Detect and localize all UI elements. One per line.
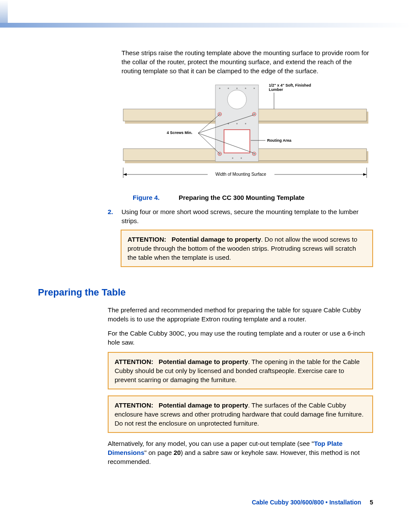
- figure-caption: Figure 4. Preparing the CC 300 Mounting …: [133, 193, 373, 202]
- figure-title: Preparing the CC 300 Mounting Template: [179, 194, 305, 201]
- svg-point-19: [232, 158, 234, 159]
- step-text: Using four or more short wood screws, se…: [121, 207, 373, 225]
- svg-point-5: [227, 90, 246, 109]
- step-number: 2.: [108, 207, 121, 225]
- width-label: Width of Mounting Surface: [215, 172, 266, 177]
- svg-point-11: [254, 88, 255, 89]
- svg-point-17: [237, 123, 238, 124]
- routing-area-label: Routing Area: [267, 138, 292, 143]
- alt-pre: Alternatively, for any model, you can us…: [108, 440, 314, 447]
- attention-subject: Potential damage to property: [159, 401, 248, 409]
- footer-doc-title: Cable Cubby 300/600/800 • Installation: [252, 499, 361, 506]
- header-gradient-bar: [0, 23, 411, 28]
- section-paragraph-2: For the Cable Cubby 300C, you may use th…: [108, 329, 373, 347]
- section-heading: Preparing the Table: [38, 286, 373, 299]
- section-paragraph-1: The preferred and recommended method for…: [108, 305, 373, 324]
- lumber-label-line1: 1/2" x 4" Soft, Finished: [269, 83, 311, 87]
- svg-point-15: [253, 153, 255, 155]
- page-content: These strips raise the routing template …: [38, 48, 373, 471]
- svg-point-14: [219, 153, 221, 155]
- attention-label: ATTENTION:: [115, 358, 153, 365]
- figure-diagram: 1/2" x 4" Soft, Finished Lumber 4 Screws…: [121, 83, 373, 189]
- svg-point-12: [219, 113, 221, 115]
- attention-subject: Potential damage to property: [159, 358, 248, 365]
- svg-rect-6: [224, 130, 250, 153]
- svg-marker-36: [363, 173, 367, 176]
- lumber-label-line2: Lumber: [269, 87, 283, 92]
- alt-page-ref: 20: [174, 449, 181, 456]
- attention-label: ATTENTION:: [115, 401, 153, 409]
- attention-subject: Potential damage to property: [171, 236, 261, 243]
- svg-point-18: [245, 123, 246, 124]
- svg-point-13: [253, 113, 255, 115]
- attention-box-2: ATTENTION: Potential damage to property.…: [108, 352, 373, 389]
- svg-point-9: [237, 88, 238, 89]
- alt-mid: " on page: [144, 449, 174, 456]
- attention-box-3: ATTENTION: Potential damage to property.…: [108, 395, 373, 433]
- attention-box-1: ATTENTION: Potential damage to property.…: [121, 230, 373, 267]
- svg-point-20: [241, 158, 242, 159]
- svg-marker-35: [123, 173, 127, 176]
- alternative-paragraph: Alternatively, for any model, you can us…: [108, 439, 373, 466]
- svg-point-8: [228, 88, 229, 89]
- mounting-template-diagram: 1/2" x 4" Soft, Finished Lumber 4 Screws…: [121, 83, 370, 187]
- footer-page-number: 5: [370, 499, 373, 506]
- figure-number: Figure 4.: [133, 194, 160, 201]
- svg-point-10: [245, 88, 246, 89]
- page-footer: Cable Cubby 300/600/800 • Installation 5: [252, 498, 373, 507]
- screws-label: 4 Screws Min.: [167, 131, 193, 135]
- step-2: 2. Using four or more short wood screws,…: [108, 207, 373, 225]
- svg-point-7: [219, 88, 221, 89]
- intro-paragraph: These strips raise the routing template …: [121, 48, 373, 75]
- attention-label: ATTENTION:: [128, 236, 166, 243]
